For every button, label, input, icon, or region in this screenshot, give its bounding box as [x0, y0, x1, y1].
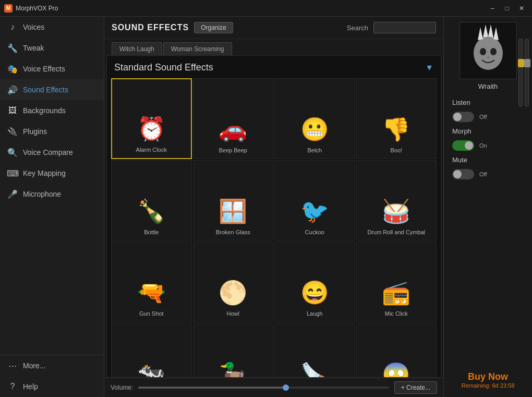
plugins-icon: 🔌	[7, 126, 18, 137]
sidebar-item-backgrounds[interactable]: 🖼 Backgrounds	[0, 100, 104, 121]
effect-item-broken-glass[interactable]: 🪟Broken Glass	[193, 160, 274, 241]
effect-item-saw[interactable]: 🪚Saw	[274, 323, 355, 378]
sidebar-item-sound-effects[interactable]: 🔊 Sound Effects	[0, 79, 104, 100]
effect-item-bottle[interactable]: 🍾Bottle	[111, 160, 192, 241]
voice-effects-icon: 🎭	[7, 64, 18, 74]
organize-button[interactable]: Organize	[194, 22, 233, 33]
effect-item-scream[interactable]: 😱Scream	[356, 323, 437, 378]
avatar-box	[460, 22, 517, 79]
listen-control: Listen	[452, 99, 524, 106]
buy-now: Buy Now Remaining: 6d 23:58	[453, 363, 523, 397]
effect-icon-drum-roll: 🥁	[381, 196, 412, 227]
collapse-icon[interactable]: ▼	[425, 63, 433, 73]
app-title: MorphVOX Pro	[16, 5, 486, 12]
sidebar-item-tweak[interactable]: 🔧 Tweak	[0, 38, 104, 58]
effect-item-boo[interactable]: 👎Boo!	[356, 78, 437, 159]
section-title: Standard Sound Effects	[114, 62, 213, 73]
effect-icon-boo: 👎	[381, 114, 412, 145]
effect-label-belch: Belch	[307, 147, 322, 154]
backgrounds-icon: 🖼	[7, 105, 18, 116]
effect-item-drum-roll[interactable]: 🥁Drum Roll and Cymbal	[356, 160, 437, 241]
main-content: SOUND EFFECTS Organize Search Witch Laug…	[104, 17, 443, 397]
sidebar-item-voice-compare[interactable]: 🔍 Voice Compare	[0, 142, 104, 163]
effects-content[interactable]: Standard Sound Effects ▼ ⏰Alarm Clock🚗Be…	[106, 55, 441, 378]
effect-label-bottle: Bottle	[144, 229, 159, 236]
microphone-icon: 🎤	[7, 189, 18, 199]
sidebar-item-microphone[interactable]: 🎤 Microphone	[0, 184, 104, 204]
minimize-button[interactable]: –	[486, 3, 499, 14]
svg-point-1	[474, 37, 503, 70]
search-input[interactable]	[373, 22, 436, 33]
mute-state: Off	[479, 171, 487, 177]
morph-knob	[465, 141, 473, 150]
listen-label: Listen	[452, 99, 476, 106]
effect-label-broken-glass: Broken Glass	[216, 229, 250, 236]
more-icon: ⋯	[7, 360, 18, 371]
volume-slider[interactable]	[138, 387, 389, 389]
close-button[interactable]: ✕	[515, 3, 528, 14]
mute-toggle-row: Off	[452, 169, 524, 179]
morph-label: Morph	[452, 127, 476, 135]
sidebar: ♪ Voices 🔧 Tweak 🎭 Voice Effects 🔊 Sound…	[0, 17, 104, 397]
create-button[interactable]: + Create...	[394, 381, 437, 394]
effect-icon-laugh: 😄	[299, 277, 330, 308]
sidebar-label-tweak: Tweak	[23, 44, 44, 52]
effect-item-belch[interactable]: 😬Belch	[274, 78, 355, 159]
effect-icon-gun-shot: 🔫	[136, 277, 167, 308]
sidebar-item-key-mapping[interactable]: ⌨ Key Mapping	[0, 163, 104, 184]
maximize-button[interactable]: □	[501, 3, 513, 14]
remaining-text: Remaining: 6d 23:58	[462, 382, 515, 389]
sidebar-label-microphone: Microphone	[23, 190, 61, 198]
sidebar-label-voice-compare: Voice Compare	[23, 148, 73, 157]
morph-toggle-row: On	[452, 140, 524, 151]
effect-label-boo: Boo!	[390, 147, 402, 154]
effect-item-cuckoo[interactable]: 🐦Cuckoo	[274, 160, 355, 241]
sound-effects-header: SOUND EFFECTS Organize Search	[104, 17, 443, 39]
sound-effects-title: SOUND EFFECTS	[112, 23, 189, 32]
slider-thumb-2	[524, 59, 530, 67]
effect-icon-saw: 🪚	[299, 359, 330, 378]
tweak-icon: 🔧	[7, 43, 18, 53]
listen-toggle[interactable]	[452, 112, 474, 122]
app-icon: M	[4, 4, 13, 13]
effect-item-alarm-clock[interactable]: ⏰Alarm Clock	[111, 78, 192, 159]
mute-toggle[interactable]	[452, 169, 474, 179]
effect-item-howl[interactable]: 🌕Howl	[193, 242, 274, 322]
effect-item-laugh[interactable]: 😄Laugh	[274, 242, 355, 322]
sidebar-item-plugins[interactable]: 🔌 Plugins	[0, 121, 104, 142]
effect-item-quack[interactable]: 🦆Quack	[193, 323, 274, 378]
tabs-row: Witch Laugh Woman Screaming	[104, 39, 443, 55]
effect-label-gun-shot: Gun Shot	[139, 310, 163, 317]
effect-icon-mic-click: 📻	[381, 277, 412, 308]
buy-now-label[interactable]: Buy Now	[462, 371, 515, 382]
slider-track-1[interactable]	[518, 39, 523, 106]
sidebar-label-key-mapping: Key Mapping	[23, 169, 66, 177]
mute-knob	[453, 170, 462, 178]
sidebar-item-voices[interactable]: ♪ Voices	[0, 17, 104, 38]
effect-item-moo[interactable]: 🐄Moo	[111, 323, 192, 378]
sidebar-item-more[interactable]: ⋯ More...	[0, 355, 104, 376]
sidebar-item-help[interactable]: ? Help	[0, 376, 104, 397]
morph-toggle[interactable]	[452, 140, 474, 151]
morph-control: Morph	[452, 127, 524, 135]
tab-woman-screaming[interactable]: Woman Screaming	[163, 42, 232, 55]
effect-label-alarm-clock: Alarm Clock	[136, 147, 167, 153]
effect-item-gun-shot[interactable]: 🔫Gun Shot	[111, 242, 192, 322]
right-sliders	[518, 39, 529, 106]
effect-icon-quack: 🦆	[217, 359, 249, 378]
wraith-svg	[462, 25, 514, 77]
controls: Listen Off Morph On Mute	[444, 99, 532, 185]
listen-state: Off	[479, 114, 487, 120]
help-icon: ?	[7, 381, 18, 392]
mute-label: Mute	[452, 156, 476, 164]
effect-item-mic-click[interactable]: 📻Mic Click	[356, 242, 437, 322]
search-label: Search	[347, 24, 368, 32]
effect-item-beep-beep[interactable]: 🚗Beep Beep	[193, 78, 274, 159]
key-mapping-icon: ⌨	[7, 168, 18, 178]
effect-icon-broken-glass: 🪟	[217, 196, 249, 227]
sound-effects-icon: 🔊	[7, 85, 18, 95]
avatar-name: Wraith	[478, 82, 498, 90]
sidebar-item-voice-effects[interactable]: 🎭 Voice Effects	[0, 58, 104, 79]
tab-witch-laugh[interactable]: Witch Laugh	[112, 42, 162, 55]
slider-track-2[interactable]	[525, 39, 529, 106]
